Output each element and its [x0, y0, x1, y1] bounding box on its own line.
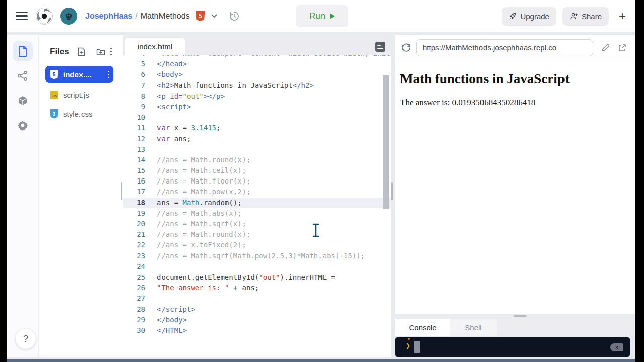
new-tab-plus-icon[interactable]: +	[619, 10, 626, 22]
line-number: 28	[123, 304, 145, 315]
code-line[interactable]: 18ans = Math.random();	[123, 198, 391, 208]
line-number: 11	[123, 123, 145, 133]
breadcrumb-project[interactable]: MathMethods	[141, 12, 190, 21]
code-line[interactable]: 25document.getElementById("out").innerHT…	[123, 272, 391, 283]
code-line[interactable]: 19//ans = Math.abs(x);	[123, 208, 391, 219]
css-file-icon: 3	[50, 109, 58, 119]
line-number: 10	[123, 112, 145, 123]
code-line[interactable]: 8<p id="out"></p>	[123, 91, 391, 102]
rail-version-control-button[interactable]	[13, 66, 33, 86]
code-text: //ans = Math.ceil(x);	[157, 165, 246, 176]
run-button[interactable]: Run	[296, 5, 348, 27]
code-text: <p id="out"></p>	[157, 91, 225, 102]
code-line[interactable]: 10	[123, 112, 391, 123]
file-item-style-css[interactable]: 3 style.css	[45, 105, 113, 122]
code-line[interactable]: 24	[123, 261, 391, 272]
app-frame: JosephHaas / MathMethods 5 Run	[7, 0, 635, 362]
code-line[interactable]: 14//ans = Math.round(x);	[123, 155, 391, 165]
page-output-text: The answer is: 0.019350684350286418	[400, 98, 635, 108]
code-line[interactable]: 29</body>	[123, 315, 391, 325]
tab-index-html[interactable]: index.html	[125, 38, 185, 55]
play-icon	[330, 13, 335, 19]
rail-packages-button[interactable]	[13, 90, 33, 111]
rail-settings-button[interactable]	[13, 115, 33, 135]
line-number: 7	[123, 80, 145, 91]
bottom-strip	[7, 359, 635, 362]
code-line[interactable]: 5</head>	[123, 59, 391, 69]
user-avatar[interactable]	[60, 8, 77, 25]
add-file-icon[interactable]	[77, 47, 86, 56]
code-line[interactable]: 28</script>	[123, 304, 391, 315]
add-folder-icon[interactable]	[96, 48, 105, 56]
tab-shell[interactable]: Shell	[450, 319, 497, 336]
rendered-page: Math functions in JavaScript The answer …	[395, 60, 635, 314]
refresh-icon[interactable]	[401, 43, 411, 53]
code-line[interactable]: 27	[123, 293, 391, 304]
upgrade-button[interactable]: Upgrade	[502, 7, 556, 26]
files-panel-title: Files	[50, 47, 69, 57]
js-file-icon: JS	[50, 90, 58, 99]
code-line[interactable]: 15//ans = Math.ceil(x);	[123, 165, 391, 176]
files-menu-kebab-icon[interactable]	[110, 46, 112, 57]
line-number: 22	[123, 240, 145, 250]
files-editor-resize-handle[interactable]	[121, 182, 122, 200]
history-icon[interactable]	[228, 10, 240, 22]
code-line[interactable]: 17//ans = Math.pow(x,2);	[123, 187, 391, 197]
help-button[interactable]: ?	[16, 329, 36, 349]
share-button[interactable]: Share	[562, 7, 609, 26]
editor-scrollbar[interactable]	[383, 75, 389, 209]
code-line[interactable]: 20//ans = Math.sqrt(x);	[123, 219, 391, 229]
url-input[interactable]	[416, 39, 593, 56]
line-number: 21	[123, 229, 145, 240]
code-line[interactable]: 26"The answer is: " + ans;	[123, 283, 391, 293]
html5-language-icon: 5	[196, 11, 205, 21]
line-number: 16	[123, 176, 145, 187]
console-output[interactable]: ❯ ×	[395, 337, 630, 357]
code-line[interactable]: 13	[123, 144, 391, 155]
file-item-index-html[interactable]: 5 index....	[45, 66, 113, 83]
tab-console[interactable]: Console	[395, 319, 450, 336]
preview-panel: Math functions in JavaScript The answer …	[395, 35, 635, 357]
code-text: //ans = Math.sqrt(x);	[157, 219, 246, 229]
line-number: 8	[123, 91, 145, 102]
console-clear-icon[interactable]: ×	[610, 343, 623, 351]
console-cursor	[414, 341, 420, 353]
code-line[interactable]: 12var ans;	[123, 134, 391, 144]
replit-logo-icon[interactable]	[36, 8, 53, 25]
line-number: 13	[123, 144, 145, 155]
file-item-script-js[interactable]: JS script.js	[45, 86, 113, 103]
chevron-down-icon[interactable]	[211, 14, 217, 18]
open-external-icon[interactable]	[618, 43, 627, 52]
code-editor: 4<meta name="viewport" content="width=de…	[123, 35, 391, 357]
editor-layout-icon[interactable]	[375, 42, 385, 52]
code-text: </script>	[157, 304, 195, 315]
line-number: 29	[123, 315, 145, 325]
code-line[interactable]: 7<h2>Math functions in JavaScript</h2>	[123, 80, 391, 91]
run-button-label: Run	[309, 11, 325, 21]
file-icon	[18, 45, 28, 57]
editor-preview-resize-handle[interactable]	[391, 182, 393, 200]
code-text: ans = Math.random();	[157, 198, 242, 208]
code-line[interactable]: 22//ans = x.toFixed(2);	[123, 240, 391, 250]
line-number: 14	[123, 155, 145, 165]
code-line[interactable]: 21//ans = Math.round(x);	[123, 229, 391, 240]
code-line[interactable]: 30</HTML>	[123, 325, 391, 336]
edit-pencil-icon[interactable]	[601, 43, 610, 52]
hamburger-menu-icon[interactable]	[16, 12, 28, 20]
code-line[interactable]: 9<script>	[123, 102, 391, 112]
breadcrumb-username[interactable]: JosephHaas	[85, 12, 132, 21]
code-text: var x = 3.1415;	[157, 123, 220, 133]
rocket-icon	[509, 12, 517, 20]
code-line[interactable]: 11var x = 3.1415;	[123, 123, 391, 133]
console-drag-handle[interactable]	[514, 315, 527, 317]
code-line[interactable]: 16//ans = Math.floor(x);	[123, 176, 391, 187]
package-cube-icon	[17, 95, 28, 106]
file-item-kebab-icon[interactable]	[108, 69, 109, 80]
code-text: "The answer is: " + ans;	[157, 283, 259, 293]
code-text: //ans = Math.sqrt(Math.pow(2.5,3)*Math.a…	[157, 251, 365, 261]
rail-files-button[interactable]	[13, 41, 33, 61]
code-line[interactable]: 6<body>	[123, 69, 391, 80]
code-text: //ans = Math.round(x);	[157, 155, 250, 165]
line-number: 18	[123, 198, 145, 208]
code-line[interactable]: 23//ans = Math.sqrt(Math.pow(2.5,3)*Math…	[123, 251, 391, 261]
